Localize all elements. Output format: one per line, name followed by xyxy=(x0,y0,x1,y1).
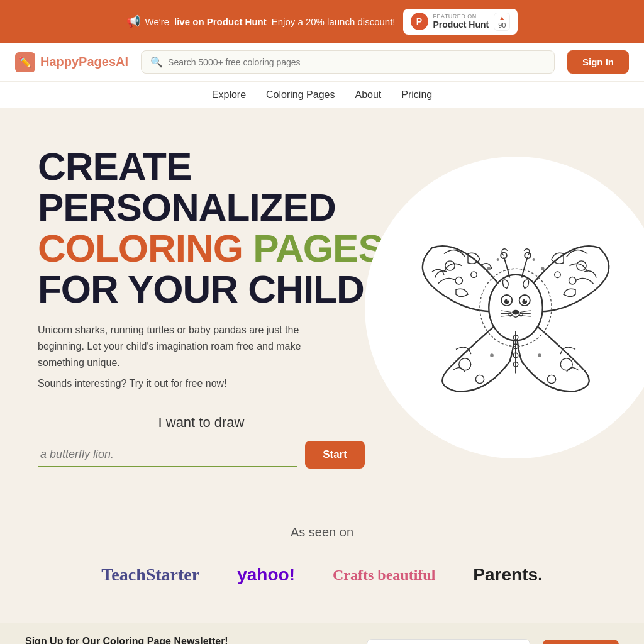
hero-section: Create Personalized Coloring Pages For Y… xyxy=(0,108,644,494)
hero-title-line1: Create xyxy=(38,145,191,188)
svg-point-6 xyxy=(459,358,471,370)
hero-title-line2: Personalized xyxy=(38,186,336,229)
newsletter-title: Sign Up for Our Coloring Page Newsletter… xyxy=(25,636,354,644)
svg-point-1 xyxy=(455,277,462,284)
svg-point-31 xyxy=(490,353,494,357)
logo-icon: ✏️ xyxy=(15,52,35,72)
svg-point-5 xyxy=(555,272,561,278)
ph-upvote-badge: ▲ 90 xyxy=(494,13,510,31)
hero-cta-text: Sounds interesting? Try it out for free … xyxy=(38,378,365,389)
logo-text: HappyPagesAI xyxy=(40,55,128,69)
svg-point-17 xyxy=(525,299,527,301)
svg-point-32 xyxy=(538,353,541,357)
email-input[interactable] xyxy=(367,639,530,644)
banner-prefix: We're xyxy=(145,16,169,27)
search-bar: 🔍 xyxy=(141,50,555,74)
subscribe-button[interactable]: Subscribe xyxy=(543,640,619,644)
svg-point-10 xyxy=(489,274,543,340)
parents-logo: Parents. xyxy=(473,565,543,585)
newsletter-text: Sign Up for Our Coloring Page Newsletter… xyxy=(25,636,354,644)
svg-point-4 xyxy=(569,277,576,284)
draw-section: I want to draw Start xyxy=(38,414,365,469)
hero-content: Create Personalized Coloring Pages For Y… xyxy=(38,146,365,469)
banner-text: 📢 We're live on Product Hunt Enjoy a 20%… xyxy=(126,14,396,28)
draw-input-row: Start xyxy=(38,441,365,469)
crafts-beautiful-logo: Crafts beautiful xyxy=(333,567,435,584)
top-banner: 📢 We're live on Product Hunt Enjoy a 20%… xyxy=(0,0,644,43)
draw-input[interactable] xyxy=(38,443,297,467)
svg-point-18 xyxy=(512,309,519,314)
svg-point-29 xyxy=(541,267,545,270)
product-hunt-badge[interactable]: P FEATURED ON Product Hunt ▲ 90 xyxy=(403,9,518,35)
as-seen-on-section: As seen on TeachStarter yahoo! Crafts be… xyxy=(0,494,644,623)
svg-point-7 xyxy=(475,375,484,383)
nav-coloring-pages[interactable]: Coloring Pages xyxy=(266,89,335,101)
butterfly-lion-illustration xyxy=(396,188,635,427)
upvote-triangle-icon: ▲ xyxy=(499,14,505,21)
ph-featured-label: FEATURED ON xyxy=(433,13,489,19)
hero-circle xyxy=(365,157,644,458)
logos-row: TeachStarter yahoo! Crafts beautiful Par… xyxy=(25,565,619,585)
svg-point-9 xyxy=(547,375,555,383)
draw-label: I want to draw xyxy=(38,414,365,431)
hero-title-pages: Pages xyxy=(253,226,383,270)
svg-point-8 xyxy=(560,358,572,370)
search-input[interactable] xyxy=(168,57,545,67)
nav-about[interactable]: About xyxy=(355,89,381,101)
hero-title-line4: For Your Child xyxy=(38,267,364,311)
ph-vote-count: 90 xyxy=(498,21,506,29)
svg-point-2 xyxy=(471,272,477,278)
hero-title-coloring: Coloring xyxy=(38,226,243,270)
ph-logo-icon: P xyxy=(411,13,428,30)
hero-title: Create Personalized Coloring Pages For Y… xyxy=(38,146,365,309)
hero-subtitle: Unicorn sharks, running turtles or baby … xyxy=(38,322,340,370)
main-nav: Explore Coloring Pages About Pricing xyxy=(0,81,644,108)
ph-name-label: Product Hunt xyxy=(433,19,489,30)
header: ✏️ HappyPagesAI 🔍 Sign In xyxy=(0,43,644,81)
ph-text: FEATURED ON Product Hunt xyxy=(433,13,489,30)
hero-image xyxy=(365,157,644,458)
banner-suffix: Enjoy a 20% launch discount! xyxy=(272,16,396,27)
svg-point-27 xyxy=(487,267,491,270)
svg-point-3 xyxy=(577,260,586,270)
svg-point-30 xyxy=(533,258,535,261)
svg-point-0 xyxy=(445,260,455,270)
svg-point-16 xyxy=(507,299,509,301)
start-button[interactable]: Start xyxy=(305,441,365,469)
nav-explore[interactable]: Explore xyxy=(212,89,246,101)
search-icon: 🔍 xyxy=(150,56,163,68)
svg-point-28 xyxy=(497,258,499,261)
nav-pricing[interactable]: Pricing xyxy=(401,89,432,101)
teach-starter-logo: TeachStarter xyxy=(101,565,199,585)
as-seen-title: As seen on xyxy=(25,525,619,540)
newsletter-banner: Sign Up for Our Coloring Page Newsletter… xyxy=(0,623,644,644)
logo[interactable]: ✏️ HappyPagesAI xyxy=(15,52,128,72)
product-hunt-link[interactable]: live on Product Hunt xyxy=(174,16,267,27)
yahoo-logo: yahoo! xyxy=(237,565,295,585)
megaphone-icon: 📢 xyxy=(126,14,140,28)
sign-in-button[interactable]: Sign In xyxy=(567,50,629,74)
